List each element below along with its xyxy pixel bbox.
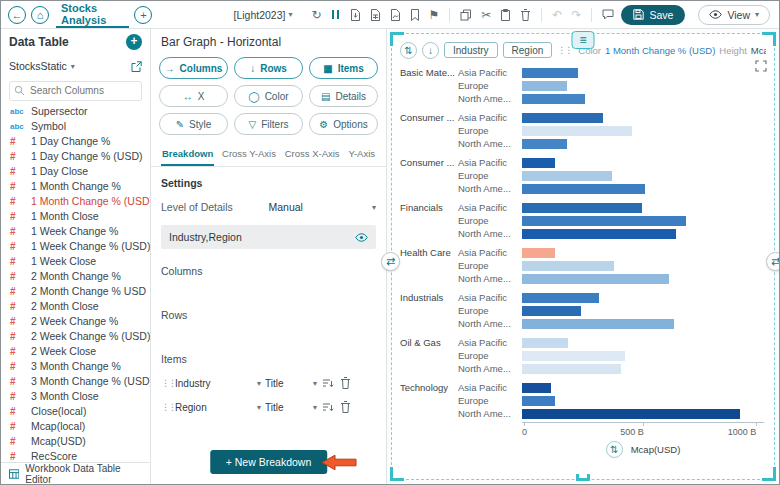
column-list-item[interactable]: #2 Week Change % [1, 314, 150, 329]
item-field-select[interactable]: Industry▾ [175, 378, 261, 389]
level-of-details-select[interactable]: Manual ▾ [269, 201, 377, 213]
trash-icon[interactable] [339, 376, 352, 390]
column-list-item[interactable]: #Mcap(local) [1, 419, 150, 434]
column-list-item[interactable]: #2 Month Close [1, 299, 150, 314]
breakdown-band[interactable]: Industry,Region [161, 225, 376, 249]
rows-drop-zone[interactable]: Rows [161, 309, 376, 321]
column-list-item[interactable]: #Close(local) [1, 404, 150, 419]
back-button[interactable]: ← [8, 6, 26, 24]
column-list-item[interactable]: #1 Week Change % (USD) [1, 239, 150, 254]
column-list-item[interactable]: #2 Week Change % (USD) [1, 329, 150, 344]
column-list-item[interactable]: #RecScore [1, 449, 150, 463]
tab-cross-x-axis[interactable]: Cross X-Axis [284, 143, 341, 166]
column-list-item[interactable]: #2 Month Change % USD [1, 284, 150, 299]
bar[interactable] [522, 351, 625, 361]
details-shelf-button[interactable]: ▤Details [309, 85, 378, 107]
pause-icon[interactable] [329, 8, 343, 21]
bookmark-icon[interactable] [408, 7, 422, 23]
tab-breakdown[interactable]: Breakdown [161, 143, 214, 166]
panel-resize-handle-left[interactable]: ⇄ [381, 252, 400, 271]
bar[interactable] [522, 383, 551, 393]
search-input[interactable] [9, 81, 142, 101]
filters-shelf-button[interactable]: ▽Filters [234, 113, 303, 135]
add-tab-button[interactable]: + [134, 6, 152, 24]
bar[interactable] [522, 293, 599, 303]
bar[interactable] [522, 184, 645, 194]
item-display-select[interactable]: Title▾ [265, 378, 317, 389]
refresh-icon[interactable]: ↻ [309, 7, 323, 23]
export-image-icon[interactable] [388, 7, 403, 23]
breadcrumb-region[interactable]: Region [503, 42, 553, 58]
theme-select[interactable]: [Light2023] ▾ [233, 9, 292, 21]
x-axis-swap-icon[interactable]: ⇅ [606, 441, 623, 458]
home-button[interactable]: ⌂ [31, 6, 49, 24]
dataset-select[interactable]: StocksStatic [9, 60, 67, 72]
add-data-table-button[interactable]: + [126, 34, 142, 50]
bar[interactable] [522, 319, 674, 329]
rows-shelf-button[interactable]: ↓Rows [234, 57, 303, 79]
bar[interactable] [522, 158, 555, 168]
bar[interactable] [522, 68, 578, 78]
undo-icon[interactable]: ↶ [550, 7, 564, 23]
cut-icon[interactable]: ✂ [479, 7, 493, 23]
bar[interactable] [522, 396, 555, 406]
color-shelf-button[interactable]: ◯Color [234, 85, 303, 107]
save-button[interactable]: Save [621, 5, 685, 25]
bar[interactable] [522, 203, 642, 213]
view-button[interactable]: View ▾ [698, 5, 770, 25]
height-field[interactable]: Mcap(USD) [751, 45, 766, 56]
tab-cross-y-axis[interactable]: Cross Y-Axis [221, 143, 277, 166]
x-shelf-button[interactable]: ↔X [159, 85, 228, 107]
breadcrumb-industry[interactable]: Industry [444, 42, 498, 58]
sort-icon[interactable] [321, 377, 335, 390]
bar[interactable] [522, 409, 740, 419]
drag-handle-icon[interactable]: ⋮⋮ [161, 402, 171, 412]
column-list-item[interactable]: #Mcap(USD) [1, 434, 150, 449]
bar[interactable] [522, 216, 686, 226]
drag-handle-icon[interactable]: ⋮⋮ [161, 378, 171, 388]
style-shelf-button[interactable]: ✎Style [159, 113, 228, 135]
flag-icon[interactable]: ⚑ [427, 7, 442, 23]
bar[interactable] [522, 274, 669, 284]
bar[interactable] [522, 306, 581, 316]
column-list-item[interactable]: #1 Week Change % [1, 224, 150, 239]
sort-direction-icon[interactable]: ↓ [422, 42, 439, 59]
column-list-item[interactable]: abcSymbol [1, 119, 150, 134]
bar[interactable] [522, 364, 621, 374]
panel-resize-handle-right[interactable]: ⇄ [766, 252, 780, 271]
bar[interactable] [522, 113, 603, 123]
new-breakdown-button[interactable]: + New Breakdown [210, 450, 328, 474]
column-list-item[interactable]: #1 Month Close [1, 209, 150, 224]
export-pdf-icon[interactable] [348, 7, 363, 23]
visibility-eye-icon[interactable] [355, 233, 368, 242]
column-list-item[interactable]: #2 Week Close [1, 344, 150, 359]
bar[interactable] [522, 94, 585, 104]
column-list-item[interactable]: #3 Month Close [1, 389, 150, 404]
options-shelf-button[interactable]: ⚙Options [309, 113, 378, 135]
item-display-select[interactable]: Title▾ [265, 402, 317, 413]
drag-handle-icon[interactable]: ⋮⋮ [557, 45, 567, 55]
bar[interactable] [522, 139, 567, 149]
bar[interactable] [522, 171, 612, 181]
export-excel-icon[interactable] [368, 7, 383, 23]
workbook-data-table-editor-link[interactable]: Workbook Data Table Editor [1, 462, 150, 484]
bar[interactable] [522, 126, 632, 136]
item-field-select[interactable]: Region▾ [175, 402, 261, 413]
tab-y-axis[interactable]: Y-Axis [347, 143, 376, 166]
paste-icon[interactable] [498, 7, 513, 23]
redo-icon[interactable]: ↷ [569, 7, 583, 23]
delete-icon[interactable] [518, 7, 533, 23]
visualization-panel[interactable]: ≡ ⇅ ↓ Industry Region ⋮⋮ Color 1 Month C… [391, 33, 775, 480]
bar[interactable] [522, 338, 568, 348]
column-list-item[interactable]: #1 Day Change % [1, 134, 150, 149]
items-shelf-button[interactable]: ▦Items [309, 57, 378, 79]
comment-icon[interactable] [600, 7, 616, 22]
bar[interactable] [522, 248, 555, 258]
column-list-item[interactable]: #1 Day Close [1, 164, 150, 179]
tab-stocks-analysis[interactable]: Stocks Analysis [56, 1, 129, 28]
columns-drop-zone[interactable]: Columns [161, 265, 376, 277]
color-field[interactable]: 1 Month Change % (USD) [605, 45, 715, 56]
bar[interactable] [522, 81, 567, 91]
bar[interactable] [522, 261, 614, 271]
sort-icon[interactable] [321, 401, 335, 414]
